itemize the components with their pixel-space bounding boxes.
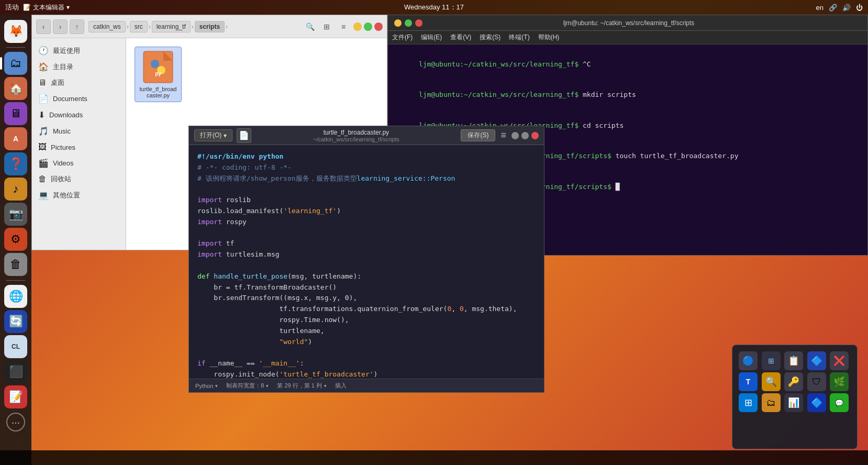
fm-sidebar-recent[interactable]: 🕐 最近使用 bbox=[32, 42, 126, 59]
editor-save-button[interactable]: 保存(S) bbox=[461, 129, 495, 141]
tray-item-green[interactable]: 🌿 bbox=[830, 372, 849, 391]
dock-item-chrome[interactable]: 🌐 bbox=[4, 285, 27, 308]
editor-titlebar-right: 保存(S) ≡ bbox=[461, 129, 539, 141]
statusbar-tabwidth[interactable]: 制表符宽度：8 ▾ bbox=[226, 382, 269, 390]
dock-item-music[interactable]: ♪ bbox=[4, 178, 27, 201]
dock-item-firefox[interactable]: 🦊 bbox=[4, 20, 27, 43]
editor-open-button[interactable]: 打开(O) ▾ bbox=[194, 129, 232, 141]
terminal-menu-file[interactable]: 文件(F) bbox=[392, 33, 413, 42]
fm-back-button[interactable]: ‹ bbox=[36, 19, 51, 34]
fm-sidebar-music-label: Music bbox=[53, 127, 71, 135]
code-line-time: rospy.Time.now(), bbox=[197, 315, 536, 326]
editor-minimize-button[interactable] bbox=[511, 132, 519, 139]
tray-item-close[interactable]: ❌ bbox=[830, 351, 849, 370]
statusbar-language[interactable]: Python ▾ bbox=[195, 383, 218, 389]
terminal-line-2: ljm@ubuntu:~/catkin_ws/src/learning_tf$ … bbox=[394, 80, 861, 110]
terminal-menu-search[interactable]: 搜索(S) bbox=[480, 33, 500, 42]
editor-close-button[interactable] bbox=[531, 132, 539, 139]
recent-icon: 🕐 bbox=[38, 46, 49, 56]
fm-minimize-button[interactable] bbox=[353, 23, 362, 31]
fm-sidebar-music[interactable]: 🎵 Music bbox=[32, 123, 126, 139]
activities-button[interactable]: 活动 bbox=[5, 3, 19, 12]
tray-item-copy[interactable]: 📋 bbox=[784, 351, 803, 370]
dock-item-files[interactable]: 🗂 bbox=[4, 52, 27, 75]
fm-sidebar-desktop[interactable]: 🖥 桌面 bbox=[32, 75, 126, 91]
fm-sidebar-videos[interactable]: 🎬 Videos bbox=[32, 155, 126, 171]
dock-item-update[interactable]: 🔄 bbox=[4, 310, 27, 333]
code-line-initnode: rospy.init_node('turtle_tf_broadcaster') bbox=[197, 369, 536, 379]
fm-sidebar-home-label: 主目录 bbox=[53, 62, 73, 72]
dock-item-desktop[interactable]: 🖥 bbox=[4, 102, 27, 125]
statusbar-mode[interactable]: 插入 bbox=[335, 382, 347, 390]
terminal-minimize-button[interactable] bbox=[394, 19, 402, 27]
fm-sidebar-pictures-label: Pictures bbox=[51, 143, 75, 151]
terminal-close-button[interactable] bbox=[415, 19, 422, 27]
fm-sidebar-documents-label: Documents bbox=[53, 95, 87, 103]
editor-maximize-button[interactable] bbox=[521, 132, 529, 139]
fm-sidebar-pictures[interactable]: 🖼 Pictures bbox=[32, 139, 126, 155]
terminal-menu-view[interactable]: 查看(V) bbox=[450, 33, 471, 42]
dock-item-home[interactable]: 🏠 bbox=[4, 77, 27, 100]
terminal-menu-help[interactable]: 帮助(H) bbox=[538, 33, 560, 42]
editor-window: 打开(O) ▾ 📄 turtle_tf_broadcaster.py ~/cat… bbox=[188, 126, 544, 393]
tray-item-vnc[interactable]: ⊞ bbox=[762, 351, 781, 370]
dock-item-notes[interactable]: 📝 bbox=[4, 385, 27, 408]
editor-menu-button[interactable]: ≡ bbox=[498, 130, 508, 141]
fm-close-button[interactable] bbox=[374, 23, 383, 31]
fm-view-button[interactable]: ⊞ bbox=[320, 20, 333, 34]
volume-icon[interactable]: 🔊 bbox=[842, 4, 851, 12]
fm-forward-button[interactable]: › bbox=[53, 19, 68, 34]
tray-item-teams[interactable]: T bbox=[739, 372, 758, 391]
fm-search-button[interactable]: 🔍 bbox=[303, 20, 317, 34]
dock-item-text[interactable]: A bbox=[4, 127, 27, 150]
tray-item-win[interactable]: ⊞ bbox=[739, 393, 758, 412]
fm-breadcrumb-learning[interactable]: learning_tf bbox=[152, 21, 191, 32]
power-icon[interactable]: ⏻ bbox=[856, 4, 863, 12]
tray-item-files2[interactable]: 🗂 bbox=[762, 393, 781, 412]
dock-item-terminal[interactable]: ⬛ bbox=[4, 360, 27, 383]
editor-body[interactable]: #!/usr/bin/env python # -*- coding: utf-… bbox=[189, 145, 544, 392]
dock-item-camera[interactable]: 📷 bbox=[4, 203, 27, 226]
app-indicator[interactable]: 📝 文本编辑器 ▾ bbox=[23, 3, 70, 12]
tray-item-chart[interactable]: 📊 bbox=[784, 393, 803, 412]
fm-up-button[interactable]: ↑ bbox=[70, 19, 84, 34]
tray-item-wechat[interactable]: 💬 bbox=[830, 393, 849, 412]
terminal-cmd-2: mkdir scripts bbox=[578, 91, 636, 98]
fm-menu-button[interactable]: ≡ bbox=[337, 20, 350, 34]
lang-indicator[interactable]: en bbox=[816, 4, 824, 12]
tray-item-shield[interactable]: 🛡 bbox=[807, 372, 826, 391]
tray-item-key[interactable]: 🔑 bbox=[784, 372, 803, 391]
dock-item-clion[interactable]: CL bbox=[4, 335, 27, 358]
fm-sidebar-documents[interactable]: 📄 Documents bbox=[32, 91, 126, 107]
tray-item-search2[interactable]: 🔍 bbox=[762, 372, 781, 391]
code-line-import3: import tf bbox=[197, 238, 536, 249]
tray-item-blue2[interactable]: 🔷 bbox=[807, 351, 826, 370]
dock-item-help[interactable]: ❓ bbox=[4, 152, 27, 175]
editor-code-area[interactable]: #!/usr/bin/env python # -*- coding: utf-… bbox=[189, 145, 544, 379]
dock-item-settings[interactable]: ⚙ bbox=[4, 228, 27, 251]
statusbar-position-arrow: ▾ bbox=[324, 383, 327, 389]
terminal-menu-terminal[interactable]: 终端(T) bbox=[509, 33, 529, 42]
terminal-maximize-button[interactable] bbox=[405, 19, 412, 27]
statusbar-position[interactable]: 第 29 行，第 1 列 ▾ bbox=[277, 382, 327, 390]
fm-breadcrumb-scripts[interactable]: scripts bbox=[195, 21, 225, 32]
fm-sidebar-other[interactable]: 💻 其他位置 bbox=[32, 187, 126, 203]
terminal-menu-edit[interactable]: 编辑(E) bbox=[421, 33, 442, 42]
fm-toolbar-right: 🔍 ⊞ ≡ bbox=[303, 20, 383, 34]
fm-sidebar-downloads[interactable]: ⬇ Downloads bbox=[32, 107, 126, 123]
tray-item-bluetooth[interactable]: 🔵 bbox=[739, 351, 758, 370]
tray-item-arrow[interactable]: 🔷 bbox=[807, 393, 826, 412]
fm-breadcrumb-catkin[interactable]: catkin_ws bbox=[88, 21, 126, 32]
fm-sidebar-home[interactable]: 🏠 主目录 bbox=[32, 59, 126, 75]
svg-rect-0 bbox=[143, 51, 173, 83]
network-icon[interactable]: 🔗 bbox=[829, 4, 837, 12]
dock-add-button[interactable]: ··· bbox=[6, 413, 25, 431]
fm-sidebar-trash[interactable]: 🗑 回收站 bbox=[32, 171, 126, 187]
fm-file-broadcaster[interactable]: py turtle_tf_broadcaster.py bbox=[135, 47, 182, 102]
fm-breadcrumb-src[interactable]: src bbox=[130, 21, 148, 32]
editor-icon-button[interactable]: 📄 bbox=[237, 128, 251, 143]
dock-item-trash[interactable]: 🗑 bbox=[4, 253, 27, 276]
clock: Wednesday 11：17 bbox=[404, 3, 464, 11]
videos-icon: 🎬 bbox=[38, 158, 49, 168]
fm-maximize-button[interactable] bbox=[364, 23, 372, 31]
